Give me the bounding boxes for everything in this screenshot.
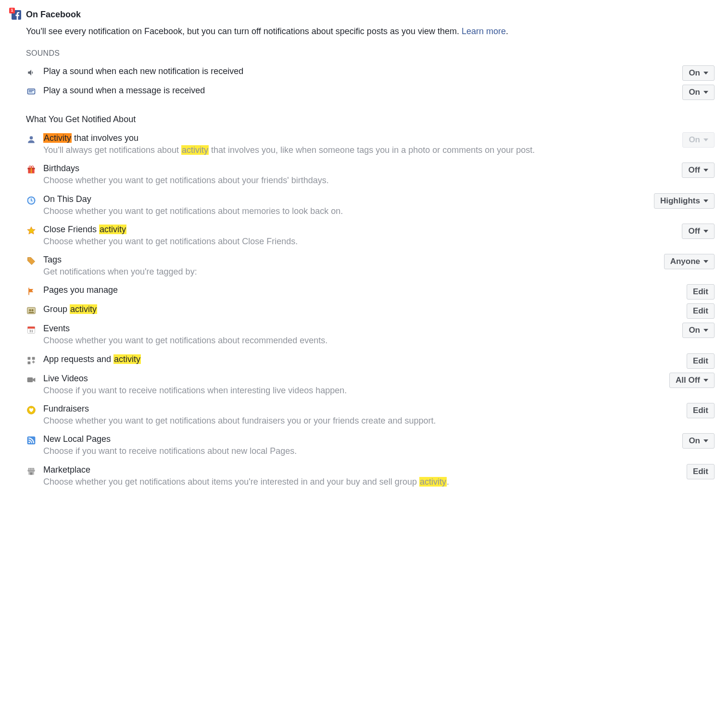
pages-edit-button[interactable]: Edit — [687, 284, 715, 300]
sound-notification-row: Play a sound when each new notification … — [12, 63, 716, 82]
live-title: Live Videos — [43, 374, 649, 384]
svg-point-8 — [29, 259, 30, 260]
tags-desc: Get notifications when you're tagged by: — [43, 266, 649, 277]
marketplace-desc: Choose whether you get notifications abo… — [43, 476, 649, 488]
page-title: On Facebook — [26, 10, 81, 20]
clock-icon — [26, 195, 37, 206]
sound-notification-label: Play a sound when each new notification … — [43, 66, 649, 76]
calendar-icon: 31 — [26, 325, 37, 335]
apps-edit-button[interactable]: Edit — [687, 353, 715, 369]
store-icon — [26, 466, 37, 476]
live-desc: Choose if you want to receive notificati… — [43, 385, 649, 396]
sound-notification-dropdown[interactable]: On — [682, 65, 715, 81]
facebook-icon: 1 — [12, 10, 21, 20]
chevron-down-icon — [703, 230, 708, 233]
closefriends-desc: Choose whether you want to get notificat… — [43, 236, 649, 247]
apps-title: App requests and activity — [43, 354, 649, 364]
marketplace-edit-button[interactable]: Edit — [687, 464, 715, 479]
birthdays-desc: Choose whether you want to get notificat… — [43, 175, 649, 186]
sounds-heading: SOUNDS — [26, 49, 716, 58]
closefriends-dropdown[interactable]: Off — [682, 224, 715, 239]
events-dropdown[interactable]: On — [682, 323, 715, 338]
live-row: Live Videos Choose if you want to receiv… — [12, 370, 716, 400]
closefriends-row: Close Friends activity Choose whether yo… — [12, 221, 716, 251]
sound-message-label: Play a sound when a message is received — [43, 86, 649, 96]
apps-row: App requests and activity Edit — [12, 350, 716, 370]
marketplace-row: Marketplace Choose whether you get notif… — [12, 461, 716, 491]
chevron-down-icon — [703, 91, 708, 94]
localpages-desc: Choose if you want to receive notificati… — [43, 445, 649, 457]
activity-dropdown: On — [682, 132, 715, 148]
notified-heading: What You Get Notified About — [26, 114, 716, 125]
activity-row: Activity that involves you You'll always… — [12, 129, 716, 160]
localpages-row: New Local Pages Choose if you want to re… — [12, 430, 716, 461]
group-title: Group activity — [43, 304, 649, 314]
group-edit-button[interactable]: Edit — [687, 303, 715, 319]
marketplace-title: Marketplace — [43, 465, 649, 475]
chevron-down-icon — [703, 379, 708, 382]
svg-rect-15 — [28, 357, 31, 360]
svg-rect-16 — [32, 357, 35, 360]
chevron-down-icon — [703, 200, 708, 202]
live-dropdown[interactable]: All Off — [669, 373, 715, 388]
chevron-down-icon — [703, 138, 708, 141]
onthisday-title: On This Day — [43, 194, 649, 204]
localpages-dropdown[interactable]: On — [682, 433, 715, 449]
pages-title: Pages you manage — [43, 285, 649, 295]
chevron-down-icon — [703, 329, 708, 332]
star-icon — [26, 225, 37, 236]
fundraisers-title: Fundraisers — [43, 404, 649, 414]
gift-icon — [26, 164, 37, 175]
birthdays-title: Birthdays — [43, 163, 649, 174]
birthdays-row: Birthdays Choose whether you want to get… — [12, 160, 716, 190]
svg-point-5 — [29, 166, 31, 168]
apps-icon — [26, 355, 37, 366]
chevron-down-icon — [703, 169, 708, 172]
activity-title: Activity that involves you — [43, 133, 649, 143]
activity-desc: You'll always get notifications about ac… — [43, 144, 649, 156]
svg-rect-23 — [30, 472, 33, 475]
birthdays-dropdown[interactable]: Off — [682, 163, 715, 178]
svg-point-6 — [31, 166, 33, 168]
learn-more-link[interactable]: Learn more — [462, 26, 506, 36]
events-desc: Choose whether you want to get notificat… — [43, 335, 649, 346]
notification-badge: 1 — [9, 8, 15, 13]
onthisday-row: On This Day Choose whether you want to g… — [12, 190, 716, 221]
svg-text:31: 31 — [29, 329, 33, 333]
svg-point-11 — [31, 310, 33, 312]
chevron-down-icon — [703, 72, 708, 75]
svg-rect-4 — [31, 168, 32, 174]
tag-icon — [26, 256, 37, 266]
fundraisers-edit-button[interactable]: Edit — [687, 403, 715, 418]
header: 1 On Facebook — [12, 10, 716, 20]
tags-dropdown[interactable]: Anyone — [664, 254, 715, 269]
person-icon — [26, 134, 37, 145]
intro-text: You'll see every notification on Faceboo… — [26, 26, 716, 37]
group-icon — [26, 305, 37, 316]
sound-message-row: Play a sound when a message is received … — [12, 82, 716, 101]
events-title: Events — [43, 324, 649, 334]
tags-title: Tags — [43, 255, 649, 265]
chevron-down-icon — [703, 260, 708, 263]
coin-heart-icon — [26, 405, 37, 415]
message-icon — [26, 87, 37, 97]
fundraisers-desc: Choose whether you want to get notificat… — [43, 415, 649, 426]
svg-point-10 — [29, 310, 31, 312]
events-row: 31 Events Choose whether you want to get… — [12, 320, 716, 350]
svg-rect-18 — [27, 377, 33, 382]
video-icon — [26, 375, 37, 385]
speaker-icon — [26, 67, 37, 78]
rss-icon — [26, 435, 37, 446]
onthisday-dropdown[interactable]: Highlights — [654, 193, 715, 209]
localpages-title: New Local Pages — [43, 434, 649, 444]
sound-message-dropdown[interactable]: On — [682, 85, 715, 100]
svg-rect-13 — [28, 327, 35, 329]
fundraisers-row: Fundraisers Choose whether you want to g… — [12, 400, 716, 430]
onthisday-desc: Choose whether you want to get notificat… — [43, 205, 649, 217]
pages-row: Pages you manage Edit — [12, 281, 716, 300]
group-row: Group activity Edit — [12, 300, 716, 320]
closefriends-title: Close Friends activity — [43, 225, 649, 235]
tags-row: Tags Get notifications when you're tagge… — [12, 251, 716, 281]
flag-icon — [26, 286, 37, 297]
svg-rect-17 — [28, 361, 31, 364]
